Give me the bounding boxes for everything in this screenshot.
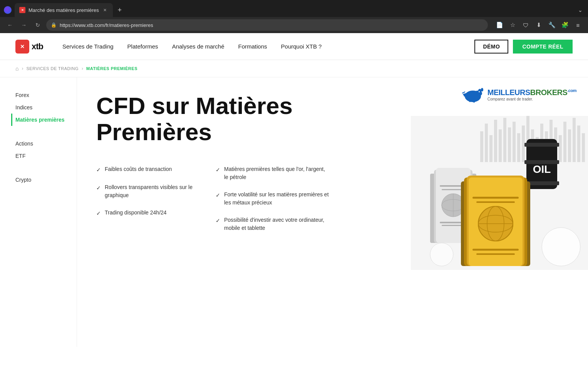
breadcrumb: ⌂ › SERVICES DE TRADING › MATIÈRES PREMI…	[0, 60, 588, 77]
download-icon[interactable]: ⬇	[533, 20, 544, 30]
svg-rect-30	[568, 129, 571, 162]
feature-trading-24h: ✓ Trading disponible 24h/24	[96, 204, 216, 222]
sidebar-item-indices[interactable]: Indices	[15, 101, 69, 114]
nav-formations[interactable]: Formations	[238, 43, 267, 50]
svg-rect-20	[522, 126, 525, 162]
tab-close-button[interactable]: ✕	[102, 7, 108, 13]
bull-icon	[461, 85, 484, 104]
svg-point-3	[481, 88, 483, 91]
tab-title: Marché des matières premières	[28, 7, 99, 13]
svg-rect-12	[485, 124, 488, 162]
broker-tagline: Comparez avant de trader.	[487, 97, 576, 101]
svg-rect-18	[513, 122, 516, 162]
svg-rect-60	[472, 249, 519, 251]
check-icon-5: ✓	[216, 191, 220, 199]
security-icon: 🔒	[51, 22, 57, 28]
site-header: ✕ xtb Services de Trading Plateformes An…	[0, 33, 588, 60]
svg-rect-29	[563, 122, 566, 162]
svg-rect-16	[503, 118, 506, 162]
sidebar-group-1: Forex Indices Matières premières	[15, 89, 69, 126]
menu-icon[interactable]: ≡	[573, 20, 583, 30]
tools-icon[interactable]: 🔧	[546, 20, 557, 30]
sidebar-item-forex[interactable]: Forex	[15, 89, 69, 101]
address-bar[interactable]: 🔒 https://www.xtb.com/fr/matieres-premie…	[46, 19, 488, 31]
feature-volatilite: ✓ Forte volatilité sur les matières prem…	[216, 186, 335, 211]
bookmark-icon[interactable]: ☆	[507, 20, 518, 30]
tab-bar: Marché des matières premières ✕ + ⌄	[0, 0, 588, 17]
commodities-visual: OIL	[411, 116, 588, 270]
back-button[interactable]: ←	[5, 20, 15, 30]
refresh-button[interactable]: ↻	[32, 20, 43, 30]
browser-chrome: Marché des matières premières ✕ + ⌄ ← → …	[0, 0, 588, 33]
svg-point-5	[479, 91, 480, 92]
svg-rect-15	[499, 129, 502, 162]
check-icon-2: ✓	[96, 184, 101, 192]
broker-name: MEILLEURSBROKERS.com Comparez avant de t…	[487, 89, 576, 101]
breadcrumb-sep-1: ›	[22, 66, 23, 71]
address-bar-row: ← → ↻ 🔒 https://www.xtb.com/fr/matieres-…	[0, 17, 588, 33]
reader-view-icon[interactable]: 📄	[494, 20, 505, 30]
svg-rect-61	[476, 253, 515, 255]
shield-icon[interactable]: 🛡	[520, 20, 531, 30]
logo[interactable]: ✕ xtb	[15, 40, 43, 54]
svg-rect-59	[476, 201, 515, 203]
broker-badge: MEILLEURSBROKERS.com Comparez avant de t…	[461, 85, 576, 106]
page-layout: Forex Indices Matières premières Actions…	[0, 77, 588, 347]
svg-point-62	[542, 228, 580, 266]
feature-investir-mobile: ✓ Possibilité d'investir avec votre ordi…	[216, 211, 335, 237]
sidebar-item-actions[interactable]: Actions	[15, 137, 69, 150]
nav-plateformes[interactable]: Plateformes	[127, 43, 158, 50]
sidebar-item-etf[interactable]: ETF	[15, 150, 69, 162]
website: ✕ xtb Services de Trading Plateformes An…	[0, 33, 588, 347]
check-icon-4: ✓	[216, 166, 220, 174]
demo-button[interactable]: DÉMO	[474, 40, 508, 54]
svg-point-63	[430, 243, 453, 266]
svg-rect-45	[524, 143, 559, 147]
logo-text: xtb	[32, 42, 43, 52]
nav-services[interactable]: Services de Trading	[62, 43, 114, 50]
svg-rect-11	[480, 131, 483, 162]
hero-image-area: MEILLEURSBROKERS.com Comparez avant de t…	[403, 77, 588, 270]
svg-rect-9	[462, 91, 465, 94]
features-col-2: ✓ Matières premières telles que l'or, l'…	[216, 161, 335, 237]
nav-pourquoi[interactable]: Pourquoi XTB ?	[281, 43, 322, 50]
toolbar-icons: 📄 ☆ 🛡 ⬇ 🔧 🧩 ≡	[494, 20, 583, 30]
svg-point-7	[472, 98, 476, 103]
breadcrumb-sep-2: ›	[82, 66, 83, 71]
sidebar-item-matieres[interactable]: Matières premières	[11, 114, 69, 126]
tab-expand-button[interactable]: ⌄	[576, 5, 584, 15]
features-col-1: ✓ Faibles coûts de transaction ✓ Rollove…	[96, 161, 216, 237]
svg-text:OIL: OIL	[533, 163, 551, 175]
new-tab-button[interactable]: +	[114, 5, 125, 15]
feature-rollovers: ✓ Rollovers transparents visibles sur le…	[96, 179, 216, 204]
check-icon-3: ✓	[96, 209, 101, 218]
main-content: CFD sur Matières Premières ✓ Faibles coû…	[77, 77, 588, 347]
tab-favicon	[19, 7, 25, 13]
svg-rect-32	[577, 126, 580, 162]
extensions-icon[interactable]: 🧩	[560, 20, 570, 30]
svg-rect-17	[508, 127, 511, 162]
forward-button[interactable]: →	[18, 20, 29, 30]
svg-rect-31	[573, 118, 576, 162]
browser-tab[interactable]: Marché des matières premières ✕	[15, 3, 113, 17]
svg-rect-13	[489, 135, 493, 162]
main-nav: Services de Trading Plateformes Analyses…	[62, 43, 474, 50]
breadcrumb-home[interactable]: ⌂	[15, 65, 18, 72]
sidebar-group-3: Crypto	[15, 174, 69, 186]
sidebar-item-crypto[interactable]: Crypto	[15, 174, 69, 186]
sidebar: Forex Indices Matières premières Actions…	[0, 77, 77, 347]
svg-rect-19	[517, 133, 520, 162]
browser-icon	[4, 6, 12, 14]
breadcrumb-services[interactable]: SERVICES DE TRADING	[26, 66, 79, 71]
feature-faibles-couts: ✓ Faibles coûts de transaction	[96, 161, 216, 179]
feature-matieres-telles: ✓ Matières premières telles que l'or, l'…	[216, 161, 335, 186]
nav-analyses[interactable]: Analyses de marché	[172, 43, 224, 50]
url-text: https://www.xtb.com/fr/matieres-premiere…	[60, 22, 153, 28]
svg-rect-14	[494, 120, 497, 162]
compte-reel-button[interactable]: COMPTE RÉEL	[513, 40, 573, 54]
svg-rect-33	[582, 133, 585, 162]
svg-point-6	[468, 97, 471, 102]
check-icon-6: ✓	[216, 217, 220, 225]
breadcrumb-current: MATIÈRES PREMIÈRES	[86, 66, 137, 71]
logo-icon: ✕	[15, 40, 29, 54]
